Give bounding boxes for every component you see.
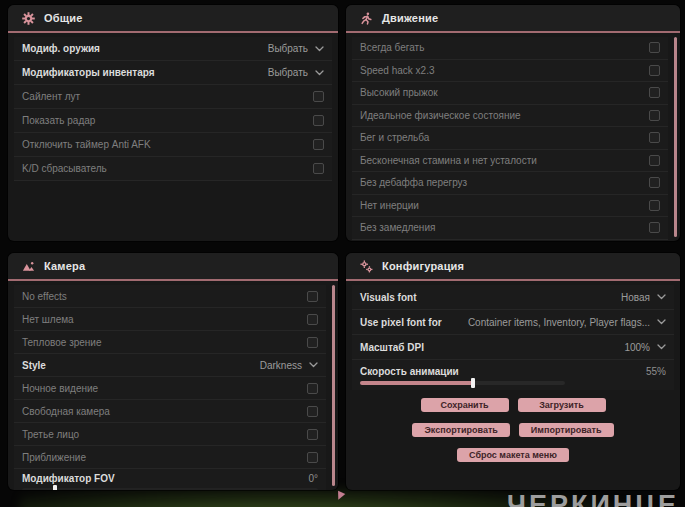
dropdown-value: Darkness xyxy=(260,360,302,371)
row-label: Высокий прыжок xyxy=(360,87,438,98)
row-pixel-font-for: Use pixel font forContainer items, Inven… xyxy=(352,310,674,335)
gears-icon xyxy=(360,260,373,273)
no-helmet-checkbox[interactable] xyxy=(307,314,318,325)
rows: Visuals fontНоваяUse pixel font forConta… xyxy=(346,281,680,462)
no-effects-checkbox[interactable] xyxy=(307,291,318,302)
import-button[interactable]: Импортировать xyxy=(519,423,614,437)
fov-modifier-slider[interactable] xyxy=(22,488,318,491)
row-disable-anti-afk-timer: Отключить таймер Anti AFK xyxy=(14,133,332,157)
row-label: Visuals font xyxy=(360,292,417,303)
row-label: Нет инерции xyxy=(360,200,419,211)
gear-icon xyxy=(22,12,35,25)
row-speed-hack: Speed hack x2.3 xyxy=(352,60,668,83)
row-label: Нет шлема xyxy=(22,314,74,325)
kd-resetter-checkbox[interactable] xyxy=(313,163,324,174)
chevron-down-icon xyxy=(315,46,324,52)
row-label: Модиф. оружия xyxy=(22,43,100,54)
row-label: Style xyxy=(22,360,46,371)
panel-camera: КамераNo effectsНет шлемаТепловое зрение… xyxy=(8,253,338,490)
run-and-shoot-checkbox[interactable] xyxy=(649,132,660,143)
chevron-down-icon xyxy=(657,319,666,325)
dropdown-value: Container items, Inventory, Player flags… xyxy=(468,317,650,328)
infinite-stamina-checkbox[interactable] xyxy=(649,155,660,166)
disable-anti-afk-timer-checkbox[interactable] xyxy=(313,139,324,150)
inventory-mods-dropdown[interactable]: Выбрать xyxy=(268,67,324,78)
third-person-checkbox[interactable] xyxy=(307,429,318,440)
row-label: Бег и стрельба xyxy=(360,132,429,143)
slider-value: 55% xyxy=(646,366,666,377)
row-style: StyleDarkness xyxy=(14,354,326,377)
row-label: Скорость анимации xyxy=(360,366,459,377)
thermal-vision-checkbox[interactable] xyxy=(307,337,318,348)
row-label: Приближение xyxy=(22,452,86,463)
rows: No effectsНет шлемаТепловое зрениеStyleD… xyxy=(8,281,338,490)
panel-title: Движение xyxy=(382,12,438,24)
dropdown-value: Выбрать xyxy=(268,67,308,78)
dropdown-value: 100% xyxy=(624,342,650,353)
slider-label-row: Скорость анимации55% xyxy=(360,366,666,377)
no-inertia-checkbox[interactable] xyxy=(649,200,660,211)
row-zoom: Приближение xyxy=(14,446,326,469)
row-visuals-font: Visuals fontНовая xyxy=(352,285,674,310)
row-silent-loot: Сайлент лут xyxy=(14,85,332,109)
row-label: Бесконечная стамина и нет усталости xyxy=(360,155,537,166)
row-night-vision: Ночное видение xyxy=(14,377,326,400)
row-label: Масштаб DPI xyxy=(360,342,424,353)
zoom-checkbox[interactable] xyxy=(307,452,318,463)
panel-header-camera: Камера xyxy=(8,253,338,281)
slider-handle[interactable] xyxy=(471,378,475,388)
row-label: Модификаторы инвентаря xyxy=(22,67,155,78)
export-button[interactable]: Экспортировать xyxy=(412,423,509,437)
dpi-scale-dropdown[interactable]: 100% xyxy=(624,342,666,353)
row-no-overload-debuff: Без дебаффа перегруз xyxy=(352,172,668,195)
scrollbar[interactable] xyxy=(332,285,335,486)
load-button[interactable]: Загрузить xyxy=(518,398,606,412)
slider-label-row: Модификатор FOV0° xyxy=(22,473,318,484)
animation-speed-slider[interactable] xyxy=(360,381,565,385)
slider-handle[interactable] xyxy=(53,485,57,491)
chevron-down-icon xyxy=(315,70,324,76)
style-dropdown[interactable]: Darkness xyxy=(260,360,318,371)
weapon-mods-dropdown[interactable]: Выбрать xyxy=(268,43,324,54)
row-label: Тепловое зрение xyxy=(22,337,102,348)
visuals-font-dropdown[interactable]: Новая xyxy=(621,292,666,303)
free-camera-checkbox[interactable] xyxy=(307,406,318,417)
always-run-checkbox[interactable] xyxy=(649,42,660,53)
row-infinite-stamina: Бесконечная стамина и нет усталости xyxy=(352,150,668,173)
night-vision-checkbox[interactable] xyxy=(307,383,318,394)
row-no-slowdown: Без замедления xyxy=(352,217,668,240)
row-label: Без дебаффа перегруз xyxy=(360,177,467,188)
row-label: Всегда бегать xyxy=(360,42,424,53)
pixel-font-for-dropdown[interactable]: Container items, Inventory, Player flags… xyxy=(468,317,666,328)
row-show-radar: Показать радар xyxy=(14,109,332,133)
row-label: K/D сбрасыватель xyxy=(22,163,107,174)
button-row: ЭкспортироватьИмпортировать xyxy=(352,423,674,437)
perfect-physical-condition-checkbox[interactable] xyxy=(649,110,660,121)
silent-loot-checkbox[interactable] xyxy=(313,91,324,102)
image-icon xyxy=(22,260,35,273)
rows: Модиф. оружияВыбратьМодификаторы инвента… xyxy=(8,33,338,181)
row-label: Показать радар xyxy=(22,115,95,126)
scrollbar[interactable] xyxy=(674,37,677,237)
row-perfect-physical-condition: Идеальное физическое состояние xyxy=(352,105,668,128)
row-label: Свободная камера xyxy=(22,406,110,417)
show-radar-checkbox[interactable] xyxy=(313,115,324,126)
panel-movement: ДвижениеВсегда бегатьSpeed hack x2.3Высо… xyxy=(346,5,680,241)
no-slowdown-checkbox[interactable] xyxy=(649,222,660,233)
row-thermal-vision: Тепловое зрение xyxy=(14,331,326,354)
cheat-menu-screen: ЧЕРКИНЦЕ ОбщиеМодиф. оружияВыбратьМодифи… xyxy=(0,0,685,507)
panel-header-movement: Движение xyxy=(346,5,680,33)
speed-hack-checkbox[interactable] xyxy=(649,65,660,76)
no-overload-debuff-checkbox[interactable] xyxy=(649,177,660,188)
row-high-jump: Высокий прыжок xyxy=(352,82,668,105)
panel-header-general: Общие xyxy=(8,5,338,33)
rows: Всегда бегатьSpeed hack x2.3Высокий прыж… xyxy=(346,33,680,240)
save-button[interactable]: Сохранить xyxy=(421,398,509,412)
panel-title: Общие xyxy=(44,12,83,24)
panel-title: Конфигурация xyxy=(382,260,464,272)
reset-menu-layout-button[interactable]: Сброс макета меню xyxy=(457,448,569,462)
high-jump-checkbox[interactable] xyxy=(649,87,660,98)
row-label: Сайлент лут xyxy=(22,91,80,102)
panel-title: Камера xyxy=(44,260,85,272)
row-fov-modifier: Модификатор FOV0° xyxy=(14,469,326,490)
